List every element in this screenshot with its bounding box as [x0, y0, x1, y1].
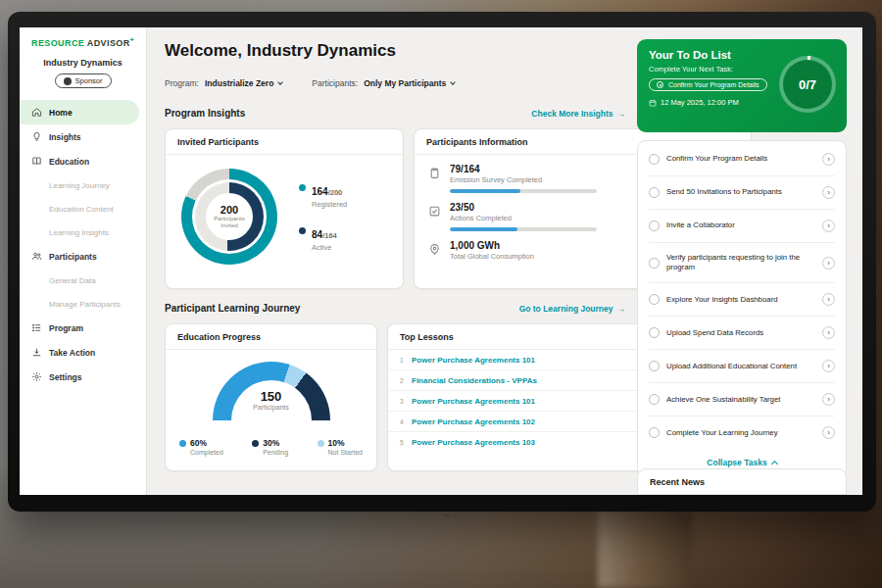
program-filter-select[interactable]: Industrialize Zero: [205, 78, 282, 88]
card-title: Education Progress: [166, 324, 376, 350]
task-checkbox[interactable]: [649, 394, 660, 405]
download-icon: [31, 347, 42, 358]
task-row[interactable]: Achieve One Sustainability Target ›: [649, 383, 835, 416]
location-pin-icon: [428, 242, 441, 255]
sidebar-item-education[interactable]: Education: [20, 149, 146, 173]
org-name: Industry Dynamics: [20, 58, 146, 68]
task-checkbox[interactable]: [649, 294, 660, 305]
sidebar-item-participants[interactable]: Participants: [20, 244, 146, 269]
sidebar-item-label: Manage Participants: [49, 300, 121, 309]
sidebar-item-learning-journey[interactable]: Learning Journey: [20, 173, 146, 197]
sidebar-item-home[interactable]: Home: [20, 100, 139, 124]
sponsor-badge[interactable]: Sponsor: [55, 74, 112, 88]
sidebar-item-program[interactable]: Program: [20, 316, 146, 340]
participants-filter-value: Only My Participants: [364, 78, 446, 88]
todo-summary-card: Your To Do List Complete Your Next Task:…: [637, 39, 847, 132]
task-row[interactable]: Invite a Collaborator ›: [649, 210, 835, 243]
lesson-rank: 5: [400, 439, 412, 446]
people-icon: [31, 251, 42, 262]
task-checkbox[interactable]: [649, 220, 660, 231]
chevron-right-icon[interactable]: ›: [822, 257, 835, 270]
sidebar-item-learning-insights[interactable]: Learning Insights: [20, 220, 146, 244]
arrow-right-icon: →: [617, 304, 626, 314]
stat-label: Actions Completed: [450, 214, 597, 222]
task-label: Confirm Your Program Details: [666, 154, 815, 164]
task-row[interactable]: Upload Additional Educational Content ›: [649, 350, 835, 383]
gauge-value: 150: [213, 389, 330, 404]
task-checkbox[interactable]: [649, 427, 660, 438]
sponsor-icon: [64, 77, 72, 85]
stat-progress-fill: [450, 189, 520, 193]
task-row[interactable]: Complete Your Learning Journey ›: [649, 416, 835, 449]
sidebar-item-label: Take Action: [49, 348, 95, 358]
next-task-pill[interactable]: Confirm Your Program Details: [649, 78, 767, 91]
monitor-logo: [445, 514, 450, 516]
chevron-right-icon[interactable]: ›: [822, 393, 835, 406]
chevron-right-icon[interactable]: ›: [822, 360, 835, 372]
legend-item-not-started: 10% Not Started: [318, 438, 363, 456]
legend-value: 30%: [263, 438, 279, 448]
go-to-learning-journey-link[interactable]: Go to Learning Journey →: [519, 304, 625, 314]
chevron-right-icon[interactable]: ›: [822, 426, 835, 439]
chevron-down-icon: [278, 79, 284, 85]
book-icon: [31, 156, 42, 167]
recent-news-card: Recent News: [637, 468, 847, 495]
task-label: Achieve One Sustainability Target: [666, 395, 815, 405]
sidebar-item-general-data[interactable]: General Data: [20, 269, 146, 292]
task-row[interactable]: Verify participants requesting to join t…: [649, 243, 835, 283]
task-row[interactable]: Send 50 Invitations to Participants ›: [649, 176, 835, 210]
education-legend-dot: [179, 440, 186, 447]
participants-filter-select[interactable]: Only My Participants: [364, 78, 455, 88]
chevron-right-icon[interactable]: ›: [822, 326, 835, 339]
check-more-insights-link[interactable]: Check More Insights →: [531, 109, 625, 119]
monitor-stand: [598, 510, 692, 588]
todo-progress-ring: 0/7: [779, 56, 836, 113]
sidebar-item-take-action[interactable]: Take Action: [20, 340, 146, 365]
link-label: Check More Insights: [531, 109, 612, 119]
stat-label: Emission Survey Completed: [450, 175, 597, 184]
main-content: Welcome, Industry Dynamics Program: Indu…: [147, 27, 637, 495]
photo-background: RESOURCE ADVISOR+ Industry Dynamics Spon…: [0, 0, 882, 588]
education-progress-card: Education Progress 150 Participants 60% …: [165, 323, 377, 471]
program-insights-header: Program Insights Check More Insights →: [165, 108, 625, 119]
filters-bar: Program: Industrialize Zero Participants…: [165, 78, 455, 88]
legend-label: Not Started: [328, 449, 363, 456]
todo-tasks-card: Confirm Your Program Details › Send 50 I…: [637, 140, 847, 478]
task-row[interactable]: Upload Spend Data Records ›: [649, 317, 835, 350]
app-logo: RESOURCE ADVISOR+: [20, 27, 146, 48]
due-date-text: 12 May 2025, 12:00 PM: [661, 98, 739, 107]
chevron-right-icon[interactable]: ›: [822, 153, 835, 166]
logo-plus: +: [130, 36, 135, 43]
chevron-right-icon[interactable]: ›: [822, 220, 835, 232]
chevron-right-icon[interactable]: ›: [822, 186, 835, 199]
sidebar-item-education-content[interactable]: Education Content: [20, 197, 146, 220]
sidebar-item-insights[interactable]: Insights: [20, 124, 146, 149]
list-icon: [31, 322, 42, 333]
sidebar: RESOURCE ADVISOR+ Industry Dynamics Spon…: [20, 27, 147, 495]
stat-value: 23/50: [450, 202, 597, 213]
task-label: Explore Your Insights Dashboard: [666, 295, 815, 305]
page-title: Welcome, Industry Dynamics: [165, 41, 396, 61]
sidebar-item-manage-participants[interactable]: Manage Participants: [20, 292, 146, 316]
chevron-down-icon: [450, 79, 456, 85]
task-checkbox[interactable]: [649, 327, 660, 338]
legend-value: 60%: [190, 438, 207, 448]
sidebar-item-settings[interactable]: Settings: [20, 365, 146, 389]
task-label: Verify participants requesting to join t…: [666, 253, 815, 272]
education-legend: 60% Completed 30% Pending 10% Not Starte…: [166, 422, 376, 456]
task-checkbox[interactable]: [649, 361, 660, 371]
task-label: Send 50 Invitations to Participants: [666, 187, 815, 197]
lesson-rank: 2: [400, 377, 412, 384]
legend-value: 84: [312, 229, 322, 240]
task-row[interactable]: Confirm Your Program Details ›: [649, 143, 835, 176]
task-row[interactable]: Explore Your Insights Dashboard ›: [649, 283, 835, 317]
clipboard-icon: [428, 166, 441, 178]
chevron-right-icon[interactable]: ›: [822, 293, 835, 306]
task-checkbox[interactable]: [649, 154, 660, 165]
legend-value: 10%: [328, 438, 345, 448]
task-checkbox[interactable]: [649, 187, 660, 198]
lightbulb-icon: [31, 131, 42, 142]
gauge-label: Participants: [213, 404, 330, 411]
task-checkbox[interactable]: [649, 258, 660, 269]
sidebar-item-label: General Data: [49, 276, 96, 285]
